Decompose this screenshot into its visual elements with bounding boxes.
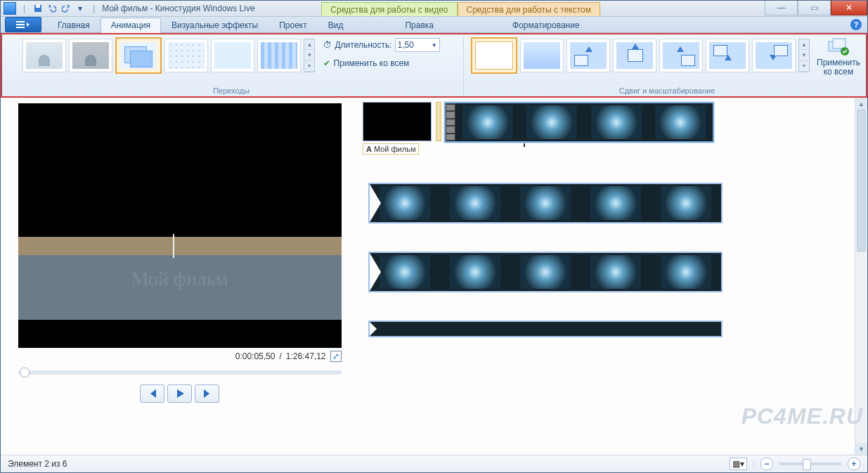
titlebar: | ▾ | Мой фильм - Киностудия Windows Liv…: [1, 1, 867, 17]
zoom-out-button[interactable]: −: [760, 458, 773, 470]
preview-time-row: 0:00:05,50/ 1:26:47,12 ⤢: [18, 348, 342, 365]
titlebar-left: | ▾ | Мой фильм - Киностудия Windows Liv…: [1, 2, 255, 15]
tab-edit[interactable]: Правка: [394, 18, 444, 32]
apply-all-stack-icon: [827, 37, 850, 57]
title-clip-text: Мой фильм: [374, 145, 416, 153]
scrollbar-thumb[interactable]: [857, 110, 866, 252]
workspace: Мой фильм 0:00:05,50/ 1:26:47,12 ⤢ AМой: [1, 98, 867, 455]
play-button[interactable]: [167, 384, 192, 403]
tab-animation[interactable]: Анимация: [101, 18, 161, 33]
tab-format[interactable]: Форматирование: [502, 18, 590, 32]
panzoom-gallery: ▲▼▾: [471, 37, 810, 74]
tab-home[interactable]: Главная: [47, 18, 101, 32]
transitions-gallery: ▲▼▾: [22, 37, 315, 74]
close-button[interactable]: ✕: [831, 1, 867, 15]
preview-pane: Мой фильм 0:00:05,50/ 1:26:47,12 ⤢: [1, 98, 358, 455]
title-clip[interactable]: AМой фильм: [363, 102, 430, 155]
seekbar[interactable]: [18, 370, 342, 375]
panzoom-item-selected[interactable]: [471, 37, 517, 74]
video-clip-selected[interactable]: [444, 102, 714, 143]
panzoom-item[interactable]: [520, 39, 564, 72]
panzoom-item[interactable]: [752, 39, 796, 72]
panzoom-item[interactable]: [706, 39, 749, 72]
gallery-down-icon[interactable]: ▼: [799, 50, 809, 60]
file-menu-button[interactable]: [5, 17, 41, 32]
apply-all-big-label: Применить ко всем: [817, 58, 860, 77]
vertical-scrollbar[interactable]: ▲ ▼: [855, 98, 867, 455]
gallery-up-icon[interactable]: ▲: [799, 39, 809, 50]
timeline-pane: AМой фильм: [358, 98, 867, 455]
scroll-down-icon[interactable]: ▼: [855, 443, 867, 455]
transition-item[interactable]: [211, 39, 254, 72]
thumbnails-view-icon[interactable]: ▦▾: [730, 458, 747, 470]
context-tab-text[interactable]: Средства для работы с текстом: [458, 2, 600, 16]
time-total: 1:26:47,12: [286, 351, 326, 361]
gallery-expand-icon[interactable]: ▾: [799, 61, 809, 72]
svg-rect-3: [16, 24, 25, 25]
fullscreen-icon[interactable]: ⤢: [330, 351, 342, 362]
contextual-tabs: Средства для работы с видео Средства для…: [321, 1, 600, 16]
prev-frame-button[interactable]: [140, 384, 164, 403]
preview-overlay-strip: [18, 237, 342, 257]
preview-seek-marker: [173, 234, 174, 258]
ribbon-tabs: Главная Анимация Визуальные эффекты Прое…: [1, 17, 867, 33]
redo-icon[interactable]: [60, 3, 72, 14]
minimize-button[interactable]: —: [765, 1, 798, 15]
gallery-up-icon[interactable]: ▲: [304, 39, 314, 50]
qat-dropdown-icon[interactable]: ▾: [75, 3, 86, 14]
apply-all-icon: ✔: [323, 58, 330, 68]
stopwatch-icon: ⏱: [323, 40, 332, 50]
panzoom-item[interactable]: [659, 39, 703, 72]
timeline-row: [363, 252, 867, 292]
context-tab-video[interactable]: Средства для работы с видео: [321, 2, 457, 16]
next-frame-button[interactable]: [195, 384, 219, 403]
seekbar-thumb[interactable]: [20, 368, 30, 377]
zoom-thumb[interactable]: [803, 459, 811, 470]
gallery-scroll[interactable]: ▲▼▾: [304, 39, 315, 72]
zoom-in-button[interactable]: +: [848, 458, 860, 470]
app-icon: [4, 2, 16, 15]
duration-value: 1,50: [398, 40, 414, 50]
transition-item[interactable]: [69, 39, 112, 72]
timeline-row: [363, 183, 867, 223]
video-clip[interactable]: [368, 252, 723, 292]
statusbar: Элемент 2 из 6 ▦▾ | − +: [1, 455, 867, 472]
transition-item[interactable]: [164, 39, 208, 72]
tab-view[interactable]: Вид: [318, 18, 354, 32]
undo-icon[interactable]: [46, 3, 58, 14]
time-current: 0:00:05,50: [235, 351, 276, 361]
timeline-row: AМой фильм: [363, 102, 867, 155]
svg-rect-6: [833, 39, 846, 48]
video-clip[interactable]: [368, 183, 723, 223]
apply-all-label: Применить ко всем: [333, 58, 409, 68]
maximize-button[interactable]: ▭: [798, 1, 831, 15]
gallery-expand-icon[interactable]: ▾: [304, 61, 314, 72]
title-clip-label: AМой фильм: [363, 143, 419, 155]
status-right: ▦▾ | − +: [730, 458, 860, 470]
panzoom-item[interactable]: [613, 39, 656, 72]
duration-input[interactable]: 1,50 ▼: [395, 38, 440, 52]
timeline-scroll[interactable]: AМой фильм: [358, 98, 867, 455]
tab-project[interactable]: Проект: [268, 18, 318, 32]
apply-all-row[interactable]: ✔ Применить ко всем: [323, 56, 439, 71]
chevron-down-icon[interactable]: ▼: [432, 42, 437, 48]
divider: |: [93, 4, 95, 13]
transition-item[interactable]: [257, 39, 301, 72]
video-clip[interactable]: [368, 320, 723, 337]
window-controls: — ▭ ✕: [765, 1, 867, 15]
save-icon[interactable]: [32, 3, 44, 14]
scroll-up-icon[interactable]: ▲: [855, 98, 867, 110]
transition-item[interactable]: [22, 39, 66, 72]
group-panzoom: ▲▼▾ Применить ко всем Сдвиг и масштабиро…: [471, 37, 868, 96]
transition-item-selected[interactable]: [115, 37, 162, 74]
group-label-panzoom: Сдвиг и масштабирование: [619, 86, 715, 96]
tab-effects[interactable]: Визуальные эффекты: [161, 18, 268, 32]
gallery-scroll[interactable]: ▲▼▾: [798, 39, 810, 72]
ribbon-body: ▲▼▾ ⏱ Длительность: 1,50 ▼ ✔ Применить к…: [1, 33, 867, 98]
timeline-pin: [436, 102, 441, 141]
help-icon[interactable]: ?: [850, 19, 862, 30]
zoom-slider[interactable]: [779, 462, 842, 465]
gallery-down-icon[interactable]: ▼: [304, 50, 314, 60]
apply-all-panzoom-button[interactable]: Применить ко всем: [814, 37, 863, 77]
panzoom-item[interactable]: [566, 39, 610, 72]
